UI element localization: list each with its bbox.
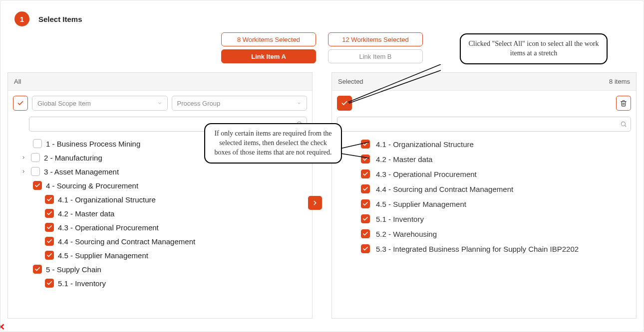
process-group-placeholder: Process Group	[177, 100, 221, 107]
selected-search-input[interactable]	[337, 117, 631, 132]
item-checkbox[interactable]	[33, 265, 42, 274]
selected-items-panel: Selected 8 items	[331, 72, 637, 319]
selected-row[interactable]: 4.3 - Operational Procurement	[361, 166, 631, 181]
item-checkbox[interactable]	[45, 209, 54, 218]
tree-item-label: 4.2 - Master data	[58, 209, 114, 218]
link-item-b-col: 12 Workitems Selected Link Item B	[328, 32, 423, 63]
chevron-right-icon[interactable]	[21, 155, 27, 160]
search-icon	[620, 121, 627, 128]
tree-row[interactable]: 5 - Supply Chain	[13, 262, 304, 276]
all-items-tree[interactable]: 1 - Business Process Mining2 - Manufactu…	[13, 137, 307, 317]
annotation-text: Clicked "Select All" icon to select all …	[468, 40, 599, 57]
tree-row[interactable]: 4.5 - Supplier Management	[13, 248, 304, 262]
item-checkbox[interactable]	[361, 155, 370, 164]
all-items-panel: All Global Scope Item Process Group	[7, 72, 313, 319]
tree-row[interactable]: 4.2 - Master data	[13, 206, 304, 220]
item-checkbox[interactable]	[361, 169, 370, 178]
item-checkbox[interactable]	[361, 244, 370, 253]
item-checkbox[interactable]	[361, 184, 370, 193]
dual-list-panels: All Global Scope Item Process Group	[7, 72, 637, 319]
item-checkbox[interactable]	[31, 153, 40, 162]
item-checkbox[interactable]	[45, 279, 54, 288]
link-item-a-col: 8 Workitems Selected Link Item A	[221, 32, 316, 63]
selected-row[interactable]: 4.1 - Organizational Structure	[361, 137, 631, 152]
tree-item-label: 3 - Asset Management	[44, 167, 119, 176]
chevron-down-icon	[297, 101, 302, 106]
link-item-b-label: Link Item B	[359, 53, 391, 60]
tree-item-label: 4 - Sourcing & Procurement	[46, 181, 138, 190]
selected-items-list[interactable]: 4.1 - Organizational Structure4.2 - Mast…	[337, 137, 631, 305]
chevron-right-icon	[312, 199, 319, 206]
chevron-right-icon[interactable]	[21, 169, 27, 174]
svg-line-3	[625, 126, 627, 127]
tree-row[interactable]: 5.1 - Inventory	[13, 276, 304, 290]
selected-row[interactable]: 4.4 - Sourcing and Contract Management	[361, 181, 631, 196]
selected-item-label: 4.1 - Organizational Structure	[376, 140, 474, 149]
tree-row[interactable]: 4.4 - Sourcing and Contract Management	[13, 234, 304, 248]
selected-items-panel-body: 4.1 - Organizational Structure4.2 - Mast…	[332, 91, 636, 318]
link-item-a-button[interactable]: Link Item A	[221, 49, 316, 63]
selected-item-label: 4.2 - Master data	[376, 155, 432, 164]
all-items-panel-head: All	[8, 73, 312, 91]
workitems-a-count-label: 8 Workitems Selected	[237, 36, 300, 43]
tree-item-label: 2 - Manufacturing	[44, 154, 102, 162]
item-checkbox[interactable]	[45, 195, 54, 204]
selected-row[interactable]: 4.5 - Supplier Management	[361, 196, 631, 211]
selected-items-panel-head: Selected 8 items	[332, 73, 636, 91]
tree-item-label: 5.1 - Inventory	[58, 279, 106, 288]
item-checkbox[interactable]	[33, 181, 42, 190]
tree-row[interactable]: 4.1 - Organizational Structure	[13, 192, 304, 206]
select-all-left-button[interactable]	[13, 96, 28, 111]
tree-row[interactable]: 4 - Sourcing & Procurement	[13, 178, 304, 192]
selected-item-label: 4.4 - Sourcing and Contract Management	[376, 185, 513, 193]
item-checkbox[interactable]	[361, 140, 370, 149]
annotation-callout-deselect: If only certain items are required from …	[204, 123, 342, 164]
process-group-select[interactable]: Process Group	[172, 96, 308, 111]
workitems-b-count-pill[interactable]: 12 Workitems Selected	[328, 32, 423, 46]
link-item-a-label: Link Item A	[251, 53, 286, 60]
annotation-callout-select-all: Clicked "Select All" icon to select all …	[460, 33, 608, 64]
selected-item-label: 5.3 - Integrated Business Planning for S…	[376, 245, 579, 253]
tree-row[interactable]: 4.3 - Operational Procurement	[13, 220, 304, 234]
select-all-right-button[interactable]	[337, 96, 352, 111]
item-checkbox[interactable]	[361, 229, 370, 238]
check-icon	[341, 100, 348, 107]
chevron-down-icon	[157, 101, 162, 106]
all-items-head-label: All	[14, 78, 21, 85]
global-scope-placeholder: Global Scope Item	[37, 100, 91, 107]
page-root: 1 Select Items 8 Workitems Selected Link…	[0, 0, 644, 332]
item-checkbox[interactable]	[45, 251, 54, 260]
link-item-b-button[interactable]: Link Item B	[328, 49, 423, 63]
item-checkbox[interactable]	[45, 237, 54, 246]
selected-row[interactable]: 5.2 - Warehousing	[361, 226, 631, 241]
item-checkbox[interactable]	[33, 139, 42, 148]
tree-row[interactable]: 3 - Asset Management	[13, 165, 304, 178]
step-header: 1 Select Items	[0, 0, 644, 30]
step-title: Select Items	[38, 15, 82, 23]
svg-point-2	[621, 122, 625, 126]
selected-item-label: 4.5 - Supplier Management	[376, 200, 466, 208]
step-number-badge: 1	[14, 11, 29, 26]
item-checkbox[interactable]	[45, 223, 54, 232]
annotation-text: If only certain items are required from …	[214, 130, 331, 156]
transfer-right-button[interactable]	[308, 196, 322, 210]
workitems-a-count-pill[interactable]: 8 Workitems Selected	[221, 32, 316, 46]
trash-icon	[620, 100, 627, 107]
item-checkbox[interactable]	[361, 199, 370, 208]
tree-item-label: 4.5 - Supplier Management	[58, 251, 148, 260]
tree-item-label: 4.1 - Organizational Structure	[58, 195, 156, 204]
selected-item-label: 4.3 - Operational Procurement	[376, 170, 477, 178]
selected-row[interactable]: 5.1 - Inventory	[361, 211, 631, 226]
corner-glyph: ✕	[0, 322, 5, 332]
item-checkbox[interactable]	[361, 214, 370, 223]
tree-item-label: 1 - Business Process Mining	[46, 140, 140, 148]
delete-selected-button[interactable]	[616, 96, 631, 111]
selected-item-label: 5.2 - Warehousing	[376, 230, 437, 238]
global-scope-select[interactable]: Global Scope Item	[32, 96, 168, 111]
selected-row[interactable]: 5.3 - Integrated Business Planning for S…	[361, 241, 631, 256]
tree-item-label: 4.4 - Sourcing and Contract Management	[58, 237, 195, 246]
item-checkbox[interactable]	[31, 167, 40, 176]
selected-row[interactable]: 4.2 - Master data	[361, 152, 631, 166]
tree-item-label: 4.3 - Operational Procurement	[58, 223, 159, 232]
step-number: 1	[20, 15, 24, 23]
